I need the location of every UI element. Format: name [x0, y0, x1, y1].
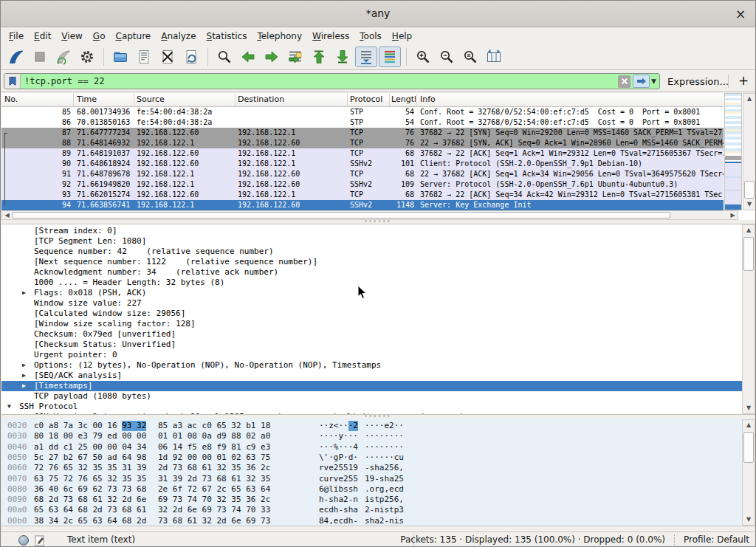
reload-file-button[interactable] — [180, 47, 202, 67]
go-first-button[interactable] — [308, 47, 330, 67]
column-header-protocol[interactable]: Protocol — [350, 94, 388, 104]
packet-row-89[interactable]: 8971.648191037192.168.122.60192.168.122.… — [1, 148, 724, 159]
packet-row-87[interactable]: 8771.647777234192.168.122.60192.168.122.… — [1, 128, 724, 138]
menu-wireless[interactable]: Wireless — [307, 30, 354, 43]
detail-line[interactable]: ▶[Timestamps] — [1, 381, 742, 391]
detail-line[interactable]: [Calculated window size: 29056] — [1, 309, 742, 319]
bytes-vscrollbar[interactable]: ▲ ▼ — [742, 419, 755, 526]
expander-closed-icon[interactable]: ▶ — [22, 381, 26, 391]
hex-row-0080[interactable]: 008036 40 6c 69 62 73 73 682e 6f 72 67 2… — [1, 484, 742, 495]
column-separator[interactable] — [134, 94, 134, 106]
zoom-original-button[interactable] — [459, 47, 481, 67]
packet-row-85[interactable]: 8568.001734936fe:54:00:d4:38:2aSTP54Conf… — [1, 107, 724, 117]
resize-columns-button[interactable] — [483, 47, 505, 67]
clear-filter-button[interactable] — [618, 75, 630, 88]
close-button[interactable]: × — [733, 7, 748, 21]
column-separator[interactable] — [73, 94, 74, 106]
menu-statistics[interactable]: Statistics — [202, 30, 252, 43]
menu-file[interactable]: File — [4, 30, 29, 43]
menu-analyze[interactable]: Analyze — [156, 30, 201, 43]
details-vscrollbar[interactable]: ▲ ▼ — [742, 224, 755, 414]
detail-line[interactable]: Checksum: 0x79ed [unverified] — [1, 329, 742, 340]
column-header-destination[interactable]: Destination — [238, 94, 345, 104]
detail-line[interactable]: Window size value: 227 — [1, 298, 742, 309]
stop-capture-button[interactable] — [29, 47, 51, 67]
column-separator[interactable] — [416, 94, 417, 106]
menu-telephony[interactable]: Telephony — [252, 30, 307, 43]
expander-closed-icon[interactable]: ▶ — [22, 288, 26, 298]
packet-row-86[interactable]: 8670.013850163fe:54:00:d4:38:2aSTP54Conf… — [1, 117, 724, 128]
auto-scroll-button[interactable] — [355, 47, 377, 67]
hex-row-00a0[interactable]: 00a065 63 64 68 2d 73 68 6132 2d 6e 69 7… — [1, 505, 742, 515]
go-to-packet-button[interactable] — [284, 47, 306, 67]
menu-tools[interactable]: Tools — [354, 30, 387, 43]
menu-edit[interactable]: Edit — [29, 30, 56, 43]
detail-line[interactable]: Acknowledgment number: 34 (relative ack … — [1, 267, 742, 278]
status-profile[interactable]: Profile: Default — [675, 534, 749, 545]
go-forward-button[interactable] — [261, 47, 283, 67]
packet-row-90[interactable]: 9071.648618924192.168.122.60192.168.122.… — [1, 159, 724, 169]
scroll-down-arrow[interactable]: ▼ — [743, 199, 755, 210]
annotation-icon[interactable] — [35, 534, 45, 547]
packet-minimap[interactable] — [724, 93, 742, 210]
column-header-source[interactable]: Source — [137, 94, 233, 104]
column-header-no[interactable]: No. — [4, 94, 71, 104]
packet-row-88[interactable]: 8871.648146932192.168.122.1192.168.122.6… — [1, 138, 724, 148]
detail-line[interactable]: TCP payload (1080 bytes) — [1, 391, 742, 402]
detail-line[interactable]: Sequence number: 42 (relative sequence n… — [1, 247, 742, 257]
display-filter-input[interactable] — [21, 75, 618, 88]
hex-row-0050[interactable]: 00505c 27 b2 67 50 ad 64 981d 92 00 00 0… — [1, 453, 742, 463]
hex-row-0040[interactable]: 0040a1 dd c1 25 00 00 04 3406 14 f5 e8 f… — [1, 442, 742, 453]
expression-button[interactable]: Expression... — [667, 76, 729, 87]
scrollbar-thumb[interactable] — [743, 432, 754, 463]
find-packet-button[interactable] — [213, 47, 236, 67]
detail-line[interactable]: [Next sequence number: 1122 (relative se… — [1, 257, 742, 267]
detail-line[interactable]: 1000 .... = Header Length: 32 bytes (8) — [1, 278, 742, 288]
scroll-right-arrow[interactable]: ▶ — [728, 211, 738, 219]
zoom-out-button[interactable] — [436, 47, 458, 67]
colorize-button[interactable] — [379, 47, 401, 67]
capture-options-button[interactable] — [76, 47, 98, 67]
detail-line[interactable]: [Checksum Status: Unverified] — [1, 340, 742, 350]
save-file-button[interactable] — [133, 47, 155, 67]
hex-row-0090[interactable]: 009068 2d 73 68 61 32 2d 6e69 73 74 70 3… — [1, 495, 742, 505]
expander-open-icon[interactable]: ▼ — [7, 402, 11, 412]
go-back-button[interactable] — [237, 47, 259, 67]
expander-closed-icon[interactable]: ▶ — [22, 371, 26, 381]
detail-line[interactable]: [TCP Segment Len: 1080] — [1, 236, 742, 247]
start-capture-button[interactable] — [5, 47, 27, 67]
filter-bookmark-button[interactable] — [4, 74, 21, 89]
detail-line[interactable]: Urgent pointer: 0 — [1, 350, 742, 360]
zoom-in-button[interactable] — [412, 47, 434, 67]
hex-row-0070[interactable]: 007063 75 72 76 65 32 35 3531 39 2d 73 6… — [1, 474, 742, 484]
detail-line[interactable]: ▼SSH Protocol — [1, 402, 742, 412]
hex-row-00b0[interactable]: 00b038 34 2c 65 63 64 68 2d73 68 61 32 2… — [1, 516, 742, 526]
scroll-up-arrow[interactable]: ▲ — [743, 225, 755, 235]
filter-history-caret[interactable]: ▼ — [651, 78, 656, 85]
packet-row-93[interactable]: 9371.662015274192.168.122.60192.168.122.… — [1, 190, 724, 200]
detail-line[interactable]: [Window size scaling factor: 128] — [1, 319, 742, 329]
column-header-info[interactable]: Info — [420, 94, 642, 104]
open-file-button[interactable] — [109, 47, 131, 67]
hex-row-0020[interactable]: 0020c0 a8 7a 3c 00 16 93 3285 a3 ac c0 6… — [1, 421, 742, 431]
scroll-down-arrow[interactable]: ▼ — [743, 403, 755, 413]
menu-go[interactable]: Go — [88, 30, 111, 43]
packet-row-92[interactable]: 9271.661949820192.168.122.1192.168.122.6… — [1, 179, 724, 190]
detail-line[interactable]: ▶[SEQ/ACK analysis] — [1, 371, 742, 381]
scroll-up-arrow[interactable]: ▲ — [743, 420, 755, 430]
add-filter-button[interactable]: + — [738, 73, 749, 88]
expert-info-icon[interactable] — [18, 535, 29, 546]
detail-line[interactable]: ▶Options: (12 bytes), No-Operation (NOP)… — [1, 360, 742, 371]
scrollbar-thumb[interactable] — [743, 237, 754, 271]
scrollbar-thumb[interactable] — [12, 212, 670, 219]
packet-list-vscrollbar[interactable]: ▲ ▼ — [743, 93, 756, 210]
detail-line[interactable]: ▶Flags: 0x018 (PSH, ACK) — [1, 288, 742, 298]
hex-row-0060[interactable]: 006072 76 65 32 35 35 31 392d 73 68 61 3… — [1, 463, 742, 473]
packet-row-91[interactable]: 9171.648789678192.168.122.1192.168.122.6… — [1, 169, 724, 179]
hex-row-0030[interactable]: 003080 18 00 e3 79 ed 00 0001 01 08 0a d… — [1, 431, 742, 441]
menu-view[interactable]: View — [56, 30, 87, 43]
packet-row-94[interactable]: 9471.663856741192.168.122.1192.168.122.6… — [1, 200, 724, 210]
scroll-left-arrow[interactable]: ◀ — [2, 211, 12, 219]
scroll-down-arrow[interactable]: ▼ — [743, 515, 755, 525]
close-file-button[interactable] — [157, 47, 179, 67]
